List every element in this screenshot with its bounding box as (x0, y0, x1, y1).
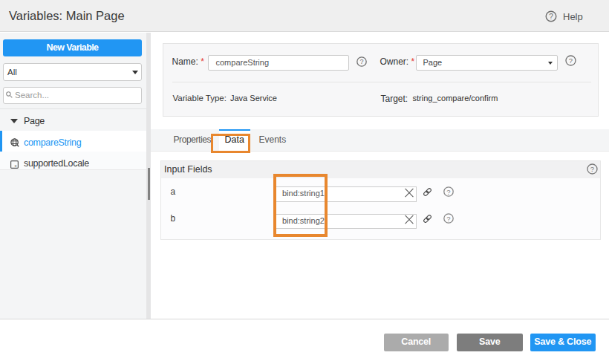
svg-text:?: ? (446, 188, 450, 196)
svg-text:x: x (14, 163, 16, 168)
svg-text:?: ? (359, 58, 363, 65)
svg-text:?: ? (549, 13, 553, 21)
svg-text:?: ? (568, 56, 572, 65)
svg-text:?: ? (590, 165, 593, 173)
svg-text:?: ? (446, 215, 450, 223)
